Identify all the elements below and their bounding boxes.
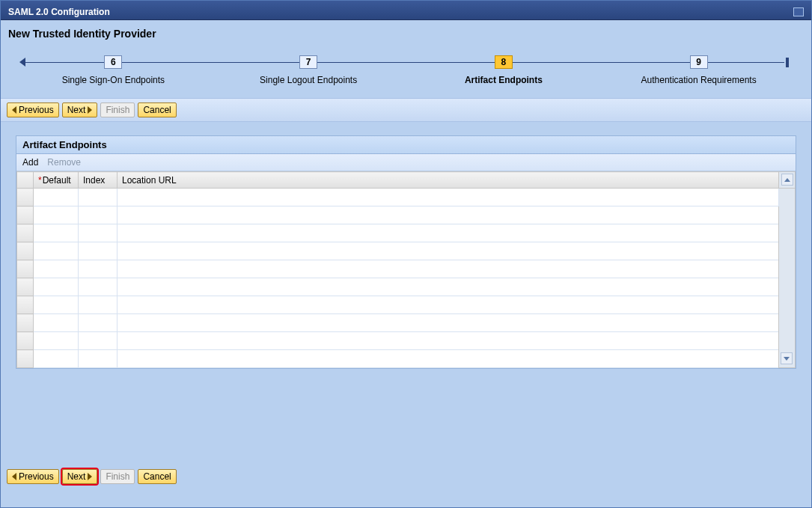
previous-button-label: Previous (19, 105, 54, 115)
finish-button-label: Finish (106, 471, 129, 482)
column-default-label: Default (43, 175, 71, 186)
finish-button-bottom: Finish (100, 469, 135, 484)
cell-location[interactable] (117, 224, 779, 242)
finish-button-label: Finish (106, 105, 129, 115)
column-location[interactable]: Location URL (117, 172, 779, 189)
wizard-step-number: 9 (690, 55, 708, 69)
cell-default[interactable] (34, 206, 79, 224)
table-row[interactable] (17, 278, 796, 296)
cell-index[interactable] (79, 206, 117, 224)
arrow-right-icon (88, 473, 92, 480)
cell-default[interactable] (34, 224, 79, 242)
wizard-step-8[interactable]: 8Artifact Endpoints (406, 52, 602, 85)
config-window: SAML 2.0 Configuration New Trusted Ident… (0, 0, 812, 508)
arrow-right-icon (88, 106, 92, 114)
cell-index[interactable] (79, 278, 117, 296)
cancel-button-bottom[interactable]: Cancel (138, 469, 176, 484)
next-button-label: Next (67, 105, 86, 115)
cancel-button-label: Cancel (143, 471, 171, 482)
cell-index[interactable] (79, 332, 117, 350)
row-selector[interactable] (17, 206, 34, 224)
cell-location[interactable] (117, 278, 779, 296)
table-row[interactable] (17, 350, 796, 368)
next-button[interactable]: Next (62, 102, 98, 117)
cell-location[interactable] (117, 242, 779, 260)
cell-default[interactable] (34, 189, 79, 206)
column-index[interactable]: Index (79, 172, 117, 189)
row-selector[interactable] (17, 314, 34, 332)
cell-default[interactable] (34, 332, 79, 350)
content-area: Artifact Endpoints Add Remove *Default (1, 122, 811, 376)
cancel-button[interactable]: Cancel (138, 102, 176, 117)
cell-location[interactable] (117, 314, 779, 332)
table-row[interactable] (17, 332, 796, 350)
next-button-label: Next (67, 471, 86, 482)
wizard-step-number: 8 (495, 55, 513, 69)
table-header-row: *Default Index Location URL (17, 172, 796, 189)
wizard-steps: 6Single Sign-On Endpoints7Single Logout … (16, 52, 796, 85)
cell-default[interactable] (34, 350, 79, 368)
cell-default[interactable] (34, 242, 79, 260)
row-selector[interactable] (17, 189, 34, 206)
cell-default[interactable] (34, 314, 79, 332)
table-row[interactable] (17, 189, 796, 206)
row-selector[interactable] (17, 332, 34, 350)
cell-index[interactable] (79, 296, 117, 314)
cell-location[interactable] (117, 296, 779, 314)
wizard-step-9[interactable]: 9Authentication Requirements (601, 52, 796, 85)
panel-header: Artifact Endpoints (16, 136, 796, 154)
row-selector[interactable] (17, 296, 34, 314)
cell-index[interactable] (79, 350, 117, 368)
cell-index[interactable] (79, 189, 117, 206)
titlebar: SAML 2.0 Configuration (1, 1, 811, 20)
cell-default[interactable] (34, 278, 79, 296)
cell-index[interactable] (79, 242, 117, 260)
cell-index[interactable] (79, 224, 117, 242)
row-selector[interactable] (17, 260, 34, 278)
table-row[interactable] (17, 206, 796, 224)
table-row[interactable] (17, 224, 796, 242)
previous-button-bottom[interactable]: Previous (7, 469, 59, 484)
cell-location[interactable] (117, 350, 779, 368)
row-selector[interactable] (17, 350, 34, 368)
row-selector-header (17, 172, 34, 189)
add-link[interactable]: Add (22, 157, 38, 168)
table-row[interactable] (17, 260, 796, 278)
row-selector[interactable] (17, 242, 34, 260)
arrow-left-icon (12, 473, 16, 480)
column-default[interactable]: *Default (34, 172, 79, 189)
row-selector[interactable] (17, 224, 34, 242)
previous-button[interactable]: Previous (7, 102, 59, 117)
scrollbar-track[interactable] (779, 189, 796, 368)
wizard-step-6[interactable]: 6Single Sign-On Endpoints (16, 52, 211, 85)
window-restore-icon[interactable] (793, 7, 804, 16)
artifact-endpoints-panel: Artifact Endpoints Add Remove *Default (16, 135, 796, 369)
cell-location[interactable] (117, 332, 779, 350)
next-button-bottom[interactable]: Next (62, 469, 98, 484)
cell-default[interactable] (34, 296, 79, 314)
column-location-label: Location URL (122, 175, 177, 186)
row-selector[interactable] (17, 278, 34, 296)
wizard-roadmap: 6Single Sign-On Endpoints7Single Logout … (1, 40, 811, 98)
cell-location[interactable] (117, 206, 779, 224)
table-row[interactable] (17, 242, 796, 260)
cell-index[interactable] (79, 260, 117, 278)
finish-button: Finish (100, 102, 135, 117)
wizard-step-7[interactable]: 7Single Logout Endpoints (211, 52, 406, 85)
cell-location[interactable] (117, 189, 779, 206)
caret-up-icon (784, 178, 790, 182)
page-subtitle: New Trusted Identity Provider (1, 20, 811, 40)
scroll-up-button[interactable] (781, 174, 793, 186)
table-row[interactable] (17, 314, 796, 332)
table-row[interactable] (17, 296, 796, 314)
cell-index[interactable] (79, 314, 117, 332)
scroll-header (779, 172, 796, 189)
cell-default[interactable] (34, 260, 79, 278)
button-row-top: Previous Next Finish Cancel (1, 98, 811, 122)
endpoints-table: *Default Index Location URL (16, 171, 796, 368)
cell-location[interactable] (117, 260, 779, 278)
column-index-label: Index (83, 175, 105, 186)
table-body (17, 189, 796, 368)
scroll-down-button[interactable] (781, 352, 793, 364)
required-star-icon: * (38, 175, 42, 186)
